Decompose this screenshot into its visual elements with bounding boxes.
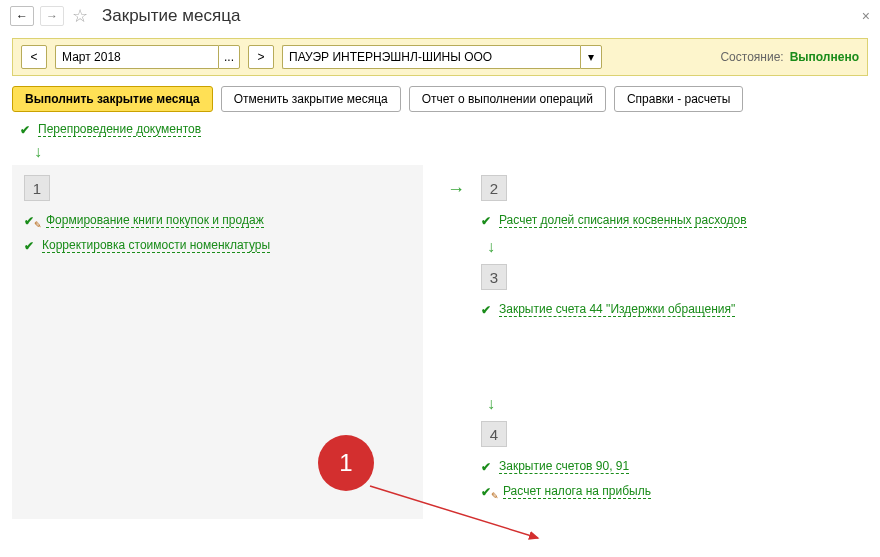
stage-number-4: 4 bbox=[481, 421, 507, 447]
period-prev-button[interactable]: < bbox=[21, 45, 47, 69]
operations-report-button[interactable]: Отчет о выполнении операций bbox=[409, 86, 606, 112]
indirect-cost-shares-link[interactable]: Расчет долей списания косвенных расходов bbox=[499, 213, 747, 228]
period-org-toolbar: < ... > ▾ Состояние: Выполнено bbox=[12, 38, 868, 76]
check-icon: ✔ bbox=[24, 239, 34, 253]
cancel-close-month-button[interactable]: Отменить закрытие месяца bbox=[221, 86, 401, 112]
check-icon: ✔ bbox=[481, 214, 491, 228]
stage-number-3: 3 bbox=[481, 264, 507, 290]
close-account-44-link[interactable]: Закрытие счета 44 "Издержки обращения" bbox=[499, 302, 735, 317]
form-purchase-sales-book-link[interactable]: Формирование книги покупок и продаж bbox=[46, 213, 264, 228]
state-label: Состояние: bbox=[720, 50, 783, 64]
favorite-star-icon[interactable]: ☆ bbox=[70, 6, 90, 26]
close-button[interactable]: × bbox=[862, 8, 870, 24]
check-pencil-icon: ✔✎ bbox=[24, 214, 38, 228]
check-icon: ✔ bbox=[481, 460, 491, 474]
organization-dropdown-button[interactable]: ▾ bbox=[580, 45, 602, 69]
period-picker-button[interactable]: ... bbox=[218, 45, 240, 69]
period-next-button[interactable]: > bbox=[248, 45, 274, 69]
profit-tax-calc-link[interactable]: Расчет налога на прибыль bbox=[503, 484, 651, 499]
arrow-down-icon: ↓ bbox=[487, 395, 868, 413]
period-input[interactable] bbox=[55, 45, 218, 69]
nav-forward-button[interactable]: → bbox=[40, 6, 64, 26]
stage-number-2: 2 bbox=[481, 175, 507, 201]
close-accounts-90-91-link[interactable]: Закрытие счетов 90, 91 bbox=[499, 459, 629, 474]
right-stages-panel: → 2 ✔ Расчет долей списания косвенных ра… bbox=[435, 165, 868, 519]
check-pencil-icon: ✔✎ bbox=[481, 485, 495, 499]
annotation-callout-1: 1 bbox=[318, 435, 374, 491]
arrow-down-icon: ↓ bbox=[487, 238, 868, 256]
cost-correction-link[interactable]: Корректировка стоимости номенклатуры bbox=[42, 238, 270, 253]
arrow-right-icon: → bbox=[447, 179, 465, 200]
page-title: Закрытие месяца bbox=[102, 6, 240, 26]
organization-input[interactable] bbox=[282, 45, 580, 69]
stage-number-1: 1 bbox=[24, 175, 50, 201]
arrow-down-icon: ↓ bbox=[34, 143, 880, 161]
check-icon: ✔ bbox=[481, 303, 491, 317]
execute-close-month-button[interactable]: Выполнить закрытие месяца bbox=[12, 86, 213, 112]
references-calcs-button[interactable]: Справки - расчеты bbox=[614, 86, 743, 112]
nav-back-button[interactable]: ← bbox=[10, 6, 34, 26]
check-icon: ✔ bbox=[20, 123, 30, 137]
repost-documents-link[interactable]: Перепроведение документов bbox=[38, 122, 201, 137]
state-value: Выполнено bbox=[790, 50, 859, 64]
